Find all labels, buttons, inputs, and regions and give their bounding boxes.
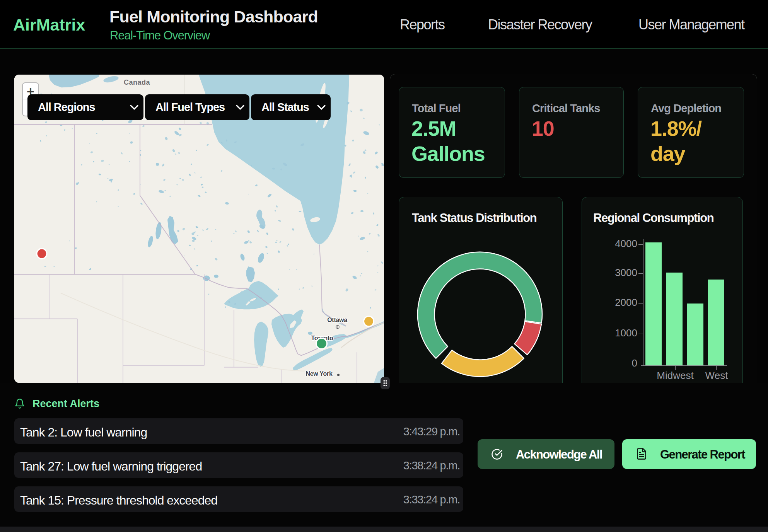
svg-text:Ottawa: Ottawa [327,316,348,323]
svg-text:New York: New York [305,370,332,377]
svg-text:Canada: Canada [124,78,150,86]
